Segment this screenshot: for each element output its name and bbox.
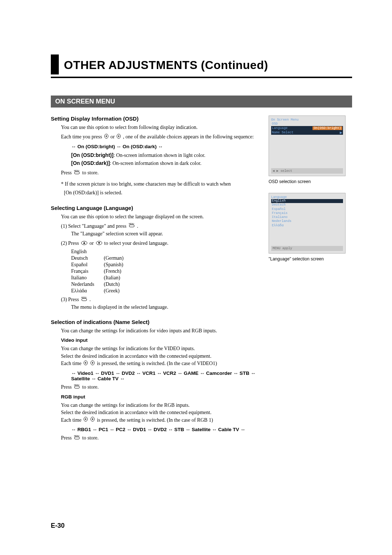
lang-step1b: . <box>137 223 138 229</box>
press-a1: Press <box>61 170 73 175</box>
svg-marker-1 <box>106 135 107 137</box>
press-a3: Press <box>61 435 73 441</box>
left-arrow-button-icon <box>83 360 88 368</box>
osd-warn2: [On (OSD:dark)] is selected. <box>64 189 261 197</box>
press-store-2: Press MENU to store. <box>61 384 261 391</box>
svg-marker-15 <box>85 362 86 364</box>
osd-bright-line: [On (OSD:bright)]: On-screen information… <box>71 151 261 159</box>
osd-shot-row: OSD <box>271 122 343 126</box>
lang-gloss: (French) <box>104 268 261 274</box>
osd-screenshot-caption: OSD selection screen <box>269 179 352 184</box>
osd-shot-row: LanguageOn(OSD:bright) <box>271 126 343 130</box>
osd-p2: Each time you press or , one of the avai… <box>61 133 261 141</box>
lang-step1c: The "Language" selection screen will app… <box>71 230 261 238</box>
video-p3: Each time is pressed, the setting is swi… <box>61 360 261 368</box>
svg-rect-5 <box>74 172 79 174</box>
lang-name: Français <box>71 268 104 274</box>
osd-row-key: OSD <box>272 122 278 126</box>
left-arrow-button-icon <box>83 417 88 424</box>
lang-name: Italiano <box>71 275 104 281</box>
rgb-input-label: RGB input <box>61 394 261 400</box>
rgb-p1: You can change the settings for indicati… <box>61 402 261 409</box>
lang-name: Español <box>71 262 104 268</box>
osd-row-val: On(OSD:bright) <box>313 126 342 130</box>
or-text-2: or <box>89 240 95 246</box>
lang-name: Nederlands <box>71 281 104 287</box>
lang-gloss: (Dutch) <box>104 281 261 287</box>
lang-gloss <box>104 249 261 255</box>
video-p3b: is pressed, the setting is switched. (In… <box>97 361 217 366</box>
menu-button-icon: MENU <box>74 435 80 442</box>
svg-marker-21 <box>85 418 86 420</box>
right-arrow-button-icon <box>117 134 121 141</box>
menu-button-icon: MENU <box>81 296 87 304</box>
lang-shot-item: Deutsch <box>271 203 343 207</box>
right-arrow-button-icon <box>90 417 95 424</box>
lang-name: Deutsch <box>71 255 104 261</box>
svg-marker-11 <box>98 242 100 244</box>
svg-marker-9 <box>83 242 85 244</box>
lang-gloss: (Italian) <box>104 275 261 281</box>
svg-rect-25 <box>74 437 79 439</box>
svg-text:MENU: MENU <box>129 223 134 225</box>
lang-step2a: (2) Press <box>61 240 80 246</box>
lang-shot-list: English Deutsch Español Français Italian… <box>271 199 343 228</box>
osd-bright-desc: : On-screen information shown in light c… <box>114 153 205 158</box>
osd-row-val: ▶ <box>340 131 342 134</box>
language-screenshot: Language English Deutsch Español Françai… <box>269 193 346 254</box>
menu-button-icon: MENU <box>128 223 135 230</box>
osd-row-key: Language <box>272 126 287 130</box>
svg-rect-13 <box>82 299 87 301</box>
page-title: OTHER ADJUSTMENTS (Continued) <box>64 54 268 74</box>
lang-gloss: (Spanish) <box>104 262 261 268</box>
name-select-subheading: Selection of indications (Name Select) <box>51 319 261 325</box>
lang-step2b: to select your desired language. <box>104 240 168 246</box>
language-list: English Deutsch(German) Español(Spanish)… <box>71 249 261 294</box>
osd-bright-label: [On (OSD:bright)] <box>71 152 114 158</box>
lang-shot-title: Language <box>271 195 343 199</box>
or-text: or <box>110 134 116 139</box>
rgb-p3: Each time is pressed, the setting is swi… <box>61 417 261 424</box>
name-p1: You can change the settings for indicati… <box>61 327 261 335</box>
osd-row-key: Name Select <box>272 131 293 134</box>
lang-step3c: The menu is displayed in the selected la… <box>71 304 261 311</box>
osd-p1: You can use this option to select from f… <box>61 124 261 131</box>
osd-shot-footer: ◀ ▶ select <box>271 168 343 174</box>
osd-screenshot: On Screen Menu OSD LanguageOn(OSD:bright… <box>269 116 346 176</box>
lang-subheading: Selecting Language (Language) <box>51 205 261 211</box>
osd-sequence: ↔ On (OSD:bright) ↔ On (OSD:dark) ↔ <box>71 144 261 149</box>
svg-marker-3 <box>118 135 119 137</box>
press-b1: to store. <box>82 170 99 175</box>
osd-dark-desc: : On-screen information shown in dark co… <box>110 161 201 166</box>
lang-shot-item: Français <box>271 211 343 215</box>
page-title-row: OTHER ADJUSTMENTS (Continued) <box>51 54 352 78</box>
video-input-label: Video input <box>61 337 261 343</box>
svg-text:MENU: MENU <box>74 384 79 386</box>
language-screenshot-caption: "Language" selection screen <box>269 256 352 262</box>
video-sequence: ↔ Video1 ↔ DVD1 ↔ DVD2 ↔ VCR1 ↔ VCR2 ↔ G… <box>71 370 261 381</box>
down-arrow-button-icon <box>96 240 102 247</box>
osd-warn: * If the screen picture is too bright, s… <box>61 181 261 188</box>
rgb-p3b: is pressed, the setting is switched. (In… <box>97 417 213 423</box>
osd-dark-line: [On (OSD:dark)]: On-screen information s… <box>71 159 261 167</box>
menu-button-icon: MENU <box>74 170 80 177</box>
osd-shot-row: Name Select▶ <box>271 130 343 135</box>
lang-step1: (1) Select "Language" and press MENU . <box>61 223 261 230</box>
svg-rect-7 <box>129 225 134 227</box>
menu-button-icon: MENU <box>74 384 80 391</box>
svg-text:MENU: MENU <box>74 170 79 172</box>
title-ornament <box>51 54 59 74</box>
svg-marker-23 <box>92 418 93 420</box>
rgb-p2: Select the desired indication in accorda… <box>61 409 261 416</box>
left-arrow-button-icon <box>104 134 109 141</box>
lang-step2: (2) Press or to select your desired lang… <box>61 240 261 247</box>
osd-subheading: Setting Display Information (OSD) <box>51 116 261 122</box>
rgb-p3a: Each time <box>61 417 83 423</box>
video-p3a: Each time <box>61 361 83 366</box>
right-arrow-button-icon <box>90 360 95 368</box>
page-number: E-30 <box>51 522 65 530</box>
osd-shot-title: On Screen Menu <box>271 118 343 122</box>
lang-name: Ελλάδα <box>71 288 104 294</box>
press-store-3: Press MENU to store. <box>61 434 261 442</box>
lang-shot-footer: MENU apply <box>271 246 343 251</box>
